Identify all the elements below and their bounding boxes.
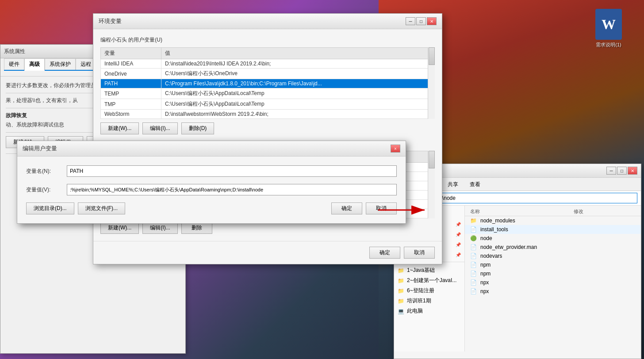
tab-hardware[interactable]: 硬件 [4,58,24,70]
file-item[interactable]: 📄install_tools [465,225,641,234]
pin-icon4: 📌 [456,252,461,257]
pin-icon: 📌 [456,222,461,227]
tab-share[interactable]: 共享 [442,179,464,191]
user-section-label: 编程小石头 的用户变量(U) [100,36,435,44]
file-item[interactable]: 📄node_etw_provider.man [465,243,641,252]
sidebar-item-training[interactable]: 📁 培训班1期 [394,296,464,306]
var-name-input[interactable] [67,165,397,177]
file-icon: 📁 [470,218,477,224]
sidebar-item-login[interactable]: 📁 6~登陆注册 [394,286,464,296]
user-var-row[interactable]: WebStormD:\install\webstorm\WebStorm 201… [101,110,435,119]
file-icon: 📄 [470,262,477,268]
var-value-cell: C:\Users\编程小石头\OneDrive [161,69,434,79]
env-cancel-btn[interactable]: 取消 [404,247,435,259]
env-close-btn[interactable]: ✕ [427,17,437,25]
edit-close-btn[interactable]: × [391,145,400,153]
sidebar-item-java[interactable]: 📁 1~Java基础 [394,265,464,275]
var-name-cell: TMP [101,99,161,110]
user-var-row[interactable]: TEMPC:\Users\编程小石头\AppData\Local\Temp [101,88,435,99]
col-header-row: 名称 修改 [465,207,641,216]
file-name: node [480,235,636,241]
word-icon [595,9,622,40]
user-new-btn[interactable]: 新建(W)... [100,122,139,134]
env-minimize-btn[interactable]: ─ [406,17,415,25]
edit-action-buttons: 浏览目录(D)... 浏览文件(F)... 确定 取消 [26,202,397,214]
env-dialog-title: 环境变量 [99,17,122,25]
user-table-scrollbar[interactable] [428,47,435,119]
var-value-cell: C:\Users\编程小石头\AppData\Local\Temp [161,88,434,99]
browse-dir-btn[interactable]: 浏览目录(D)... [26,202,74,214]
tab-advanced[interactable]: 高级 [24,58,45,71]
file-name: node_etw_provider.man [480,244,636,250]
file-item[interactable]: 📄npm [465,260,641,269]
tab-view[interactable]: 查看 [464,179,486,191]
file-name: npx [480,288,636,294]
sys-props-title: 系统属性 [4,48,25,55]
file-name: npm [480,271,636,277]
user-var-row[interactable]: IntelliJ IDEAD:\install\idea2019\Intelli… [101,59,435,69]
var-value-label: 变量值(V): [26,186,61,194]
address-input[interactable] [419,193,637,203]
env-ok-btn[interactable]: 确定 [369,247,400,259]
env-variables-dialog[interactable]: 环境变量 ─ □ ✕ 编程小石头 的用户变量(U) 变量 值 IntelliJ … [93,13,442,264]
file-name: npm [480,262,636,268]
file-icon: 📄 [470,279,477,286]
file-item[interactable]: 📄nodevars [465,252,641,260]
var-name-row: 变量名(N): [26,165,397,177]
file-name: nodevars [480,253,636,259]
desktop-word-icon[interactable]: 需求说明(1) [591,9,626,48]
browse-file-btn[interactable]: 浏览文件(F)... [78,202,125,214]
env-dialog-buttons: 确定 取消 [93,241,442,264]
desktop-icon-label: 需求说明(1) [596,42,621,48]
var-value-row: 变量值(V): [26,184,397,195]
file-name: install_tools [480,226,636,233]
pin-icon3: 📌 [456,242,461,247]
user-var-row[interactable]: TMPC:\Users\编程小石头\AppData\Local\Temp [101,99,435,110]
user-vars-container: 变量 值 IntelliJ IDEAD:\install\idea2019\In… [100,47,435,119]
user-vars-table: 变量 值 IntelliJ IDEAD:\install\idea2019\In… [100,47,435,119]
training-folder-icon: 📁 [398,298,404,304]
java2-folder-icon: 📁 [398,278,404,284]
tab-protection[interactable]: 系统保护 [45,58,76,70]
sidebar-item-mypc[interactable]: 💻 此电脑 [394,306,464,316]
env-win-controls: ─ □ ✕ [406,17,437,25]
user-var-row[interactable]: PATHC:\Program Files\Java\jdk1.8.0_201\b… [101,79,435,88]
var-name-cell: OneDrive [101,69,161,79]
user-action-buttons: 新建(W)... 编辑(I)... 删除(D) [100,122,435,134]
file-item[interactable]: 📄npx [465,278,641,287]
sys-delete-btn[interactable]: 删除 [181,222,212,234]
file-item[interactable]: 🟢node [465,234,641,243]
var-value-input[interactable] [67,184,397,195]
user-delete-btn[interactable]: 删除(D) [181,122,215,134]
edit-user-var-dialog[interactable]: 编辑用户变量 × 变量名(N): 变量值(V): 浏览目录(D)... 浏览文件… [17,141,406,224]
file-item[interactable]: 📄npx [465,287,641,296]
sys-new-btn[interactable]: 新建(W)... [100,222,139,234]
col-date-header: 修改 [574,208,636,215]
explorer-main: 名称 修改 📁node_modules📄install_tools🟢node📄n… [465,206,641,351]
sidebar-item-java2[interactable]: 📁 2~创建第一个JavaI... [394,275,464,286]
env-maximize-btn[interactable]: □ [416,17,426,25]
explorer-maximize-btn[interactable]: □ [617,167,627,175]
explorer-minimize-btn[interactable]: ─ [606,167,616,175]
col-variable-header: 变量 [101,48,161,59]
file-icon: 📄 [470,244,477,250]
mypc-icon: 💻 [398,308,404,314]
login-label: 6~登陆注册 [407,287,434,294]
sys-edit-btn[interactable]: 编辑(I)... [142,222,177,234]
var-name-cell: TEMP [101,88,161,99]
edit-dialog-title: 编辑用户变量 [23,145,57,153]
var-name-label: 变量名(N): [26,168,61,175]
var-value-cell: C:\Users\编程小石头\AppData\Local\Temp [161,99,434,110]
java-label: 1~Java基础 [407,267,435,274]
files-list: 📁node_modules📄install_tools🟢node📄node_et… [465,216,641,296]
user-edit-btn[interactable]: 编辑(I)... [142,122,177,134]
var-value-cell: D:\install\webstorm\WebStorm 2019.2.4\bi… [161,110,434,119]
explorer-win-controls: ─ □ ✕ [606,167,637,175]
edit-win-controls: × [391,145,400,153]
file-item[interactable]: 📁node_modules [465,216,641,225]
user-var-row[interactable]: OneDriveC:\Users\编程小石头\OneDrive [101,69,435,79]
edit-ok-btn[interactable]: 确定 [331,202,362,214]
explorer-close-btn[interactable]: ✕ [628,167,637,175]
file-item[interactable]: 📄npm [465,269,641,278]
var-value-cell: C:\Program Files\Java\jdk1.8.0_201\bin;C… [161,79,434,88]
